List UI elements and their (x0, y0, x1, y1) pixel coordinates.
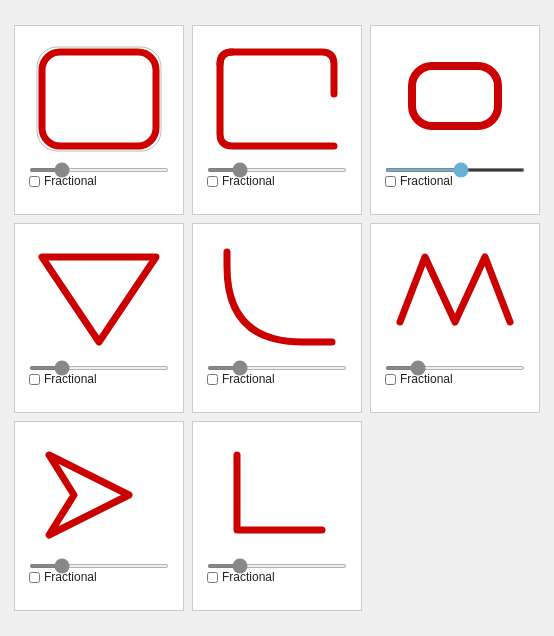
card-zigzag: Fractional (370, 223, 540, 413)
checkbox-row-5: Fractional (207, 372, 347, 386)
slider-row-8[interactable] (207, 564, 347, 568)
svg-marker-3 (42, 257, 156, 342)
card-arrow: Fractional (14, 421, 184, 611)
slider-row-2[interactable] (207, 168, 347, 172)
checkbox-row-3: Fractional (385, 174, 525, 188)
slider-8[interactable] (207, 564, 347, 568)
slider-row-3[interactable] (385, 168, 525, 172)
label-4: Fractional (44, 372, 97, 386)
svg-rect-1 (37, 47, 161, 151)
label-7: Fractional (44, 570, 97, 584)
svg-rect-2 (412, 66, 498, 126)
shape-area-4 (24, 232, 174, 362)
card-triangle: Fractional (14, 223, 184, 413)
card-curve: Fractional (192, 223, 362, 413)
checkbox-3[interactable] (385, 176, 396, 187)
slider-row-7[interactable] (29, 564, 169, 568)
slider-3[interactable] (385, 168, 525, 172)
card-rounded-rect-full: Fractional (14, 25, 184, 215)
checkbox-row-6: Fractional (385, 372, 525, 386)
label-3: Fractional (400, 174, 453, 188)
slider-7[interactable] (29, 564, 169, 568)
slider-row-6[interactable] (385, 366, 525, 370)
card-corner: Fractional (192, 421, 362, 611)
checkbox-row-8: Fractional (207, 570, 347, 584)
slider-row-5[interactable] (207, 366, 347, 370)
checkbox-7[interactable] (29, 572, 40, 583)
shape-grid: Fractional Fractional (4, 15, 550, 621)
checkbox-row-1: Fractional (29, 174, 169, 188)
slider-5[interactable] (207, 366, 347, 370)
label-2: Fractional (222, 174, 275, 188)
shape-area-8 (202, 430, 352, 560)
card-rounded-rect-partial: Fractional (192, 25, 362, 215)
label-8: Fractional (222, 570, 275, 584)
slider-row-1[interactable] (29, 168, 169, 172)
checkbox-row-7: Fractional (29, 570, 169, 584)
checkbox-5[interactable] (207, 374, 218, 385)
shape-area-7 (24, 430, 174, 560)
label-6: Fractional (400, 372, 453, 386)
checkbox-8[interactable] (207, 572, 218, 583)
shape-area-2 (202, 34, 352, 164)
label-1: Fractional (44, 174, 97, 188)
shape-area-5 (202, 232, 352, 362)
slider-4[interactable] (29, 366, 169, 370)
shape-area-6 (380, 232, 530, 362)
label-5: Fractional (222, 372, 275, 386)
svg-rect-0 (42, 52, 156, 146)
shape-area-3 (380, 34, 530, 164)
slider-row-4[interactable] (29, 366, 169, 370)
checkbox-1[interactable] (29, 176, 40, 187)
card-rounded-rect-small: Fractional (370, 25, 540, 215)
checkbox-row-2: Fractional (207, 174, 347, 188)
checkbox-row-4: Fractional (29, 372, 169, 386)
slider-2[interactable] (207, 168, 347, 172)
checkbox-4[interactable] (29, 374, 40, 385)
checkbox-6[interactable] (385, 374, 396, 385)
checkbox-2[interactable] (207, 176, 218, 187)
slider-1[interactable] (29, 168, 169, 172)
slider-6[interactable] (385, 366, 525, 370)
shape-area-1 (24, 34, 174, 164)
